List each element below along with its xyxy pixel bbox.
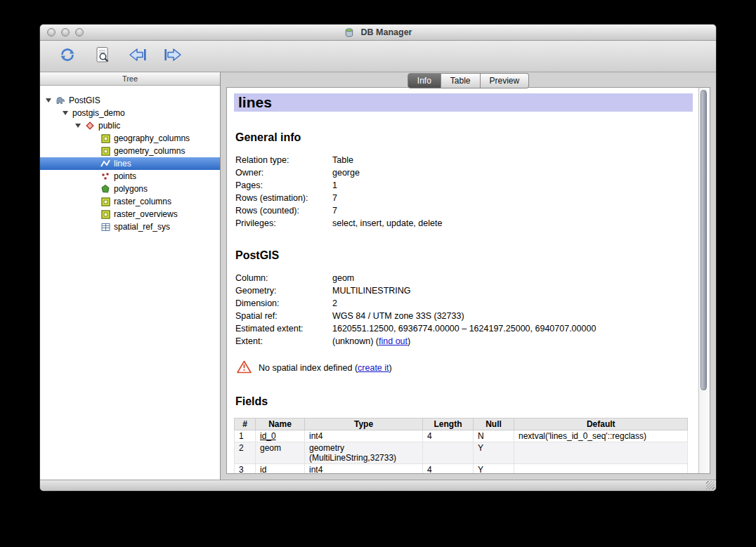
- tree-item-polygons[interactable]: polygons: [40, 183, 220, 195]
- field-type: int4: [305, 464, 423, 474]
- field-null: N: [474, 430, 514, 442]
- find-out-link[interactable]: find out: [379, 336, 408, 346]
- tree-item-geometry-columns[interactable]: geometry_columns: [40, 145, 220, 157]
- column-header[interactable]: Length: [423, 419, 474, 430]
- column-header[interactable]: Null: [474, 419, 514, 430]
- tree-item-label: raster_columns: [114, 197, 171, 206]
- layer-table-icon: [100, 133, 110, 143]
- field-default: [514, 464, 688, 474]
- info-row: Privileges:select, insert, update, delet…: [235, 217, 693, 230]
- create-it-link[interactable]: create it: [358, 363, 389, 373]
- schema-icon: [85, 121, 95, 131]
- extent-close-paren: ): [408, 336, 410, 346]
- import-arrow-icon: [129, 47, 147, 65]
- tree-item-label: polygons: [114, 184, 148, 194]
- info-row: Dimension:2: [235, 297, 693, 310]
- scrollbar-thumb[interactable]: [700, 90, 707, 390]
- info-value: Table: [332, 154, 353, 166]
- zoom-button[interactable]: [75, 28, 84, 37]
- info-row: Rows (estimation):7: [235, 192, 693, 204]
- tree-item-raster-overviews[interactable]: raster_overviews: [40, 208, 220, 220]
- vertical-scrollbar[interactable]: [698, 88, 710, 473]
- info-row: Spatial ref:WGS 84 / UTM zone 33S (32733…: [235, 310, 693, 322]
- info-row: Estimated extent:1620551.12500, 6936774.…: [235, 322, 693, 335]
- field-name-link[interactable]: id_0: [260, 431, 276, 441]
- tab-info[interactable]: Info: [408, 73, 441, 88]
- db-manager-app-icon: [344, 27, 354, 37]
- general-info-rows: Relation type:Table Owner:george Pages:1…: [235, 154, 693, 230]
- tree-item-points[interactable]: points: [40, 170, 220, 183]
- sql-window-icon: [95, 46, 110, 66]
- disclosure-triangle[interactable]: [63, 111, 68, 115]
- info-value: MULTILINESTRING: [332, 284, 411, 297]
- column-header[interactable]: Name: [256, 419, 305, 430]
- info-label: Rows (estimation):: [235, 192, 332, 204]
- column-header[interactable]: Type: [305, 419, 423, 430]
- info-label: Relation type:: [235, 154, 332, 166]
- minimize-button[interactable]: [61, 28, 70, 37]
- tree-item-postgis-demo[interactable]: postgis_demo: [40, 107, 220, 119]
- field-num: 3: [235, 464, 256, 474]
- info-row: Geometry:MULTILINESTRING: [235, 284, 693, 297]
- tree-item-label: postgis_demo: [72, 108, 125, 118]
- content-panel: Info Table Preview lines General info Re…: [221, 72, 716, 480]
- db-manager-window: DB Manager: [40, 25, 716, 491]
- tree-item-label: lines: [114, 159, 131, 169]
- tree-item-spatial-ref-sys[interactable]: spatial_ref_sys: [40, 220, 220, 233]
- spatial-index-warning: No spatial index defined (create it): [237, 360, 693, 376]
- tree-item-lines[interactable]: lines: [40, 157, 220, 170]
- export-layer-button[interactable]: [162, 45, 183, 67]
- tree-panel: Tree PostGIS postgis_demo: [40, 72, 221, 480]
- disclosure-triangle[interactable]: [46, 98, 51, 103]
- field-num: 2: [235, 442, 256, 464]
- tab-preview[interactable]: Preview: [481, 73, 530, 88]
- field-length: 4: [423, 430, 474, 442]
- tree-item-geography-columns[interactable]: geography_columns: [40, 132, 220, 145]
- field-length: [423, 442, 474, 464]
- toolbar: [40, 41, 716, 72]
- info-content: lines General info Relation type:Table O…: [227, 88, 698, 473]
- close-button[interactable]: [47, 28, 56, 37]
- info-value: 2: [332, 297, 337, 310]
- table-icon: [100, 222, 110, 232]
- sql-window-button[interactable]: [92, 45, 113, 67]
- info-value: george: [332, 166, 360, 179]
- polygon-layer-icon: [100, 184, 110, 194]
- extent-value: (unknown) (find out): [332, 335, 410, 348]
- import-layer-button[interactable]: [127, 45, 148, 67]
- info-label: Pages:: [235, 179, 332, 192]
- table-row: 3 id int4 4 Y: [235, 464, 688, 474]
- resize-grip[interactable]: [706, 481, 715, 489]
- disclosure-triangle[interactable]: [75, 124, 81, 128]
- field-null: Y: [474, 442, 514, 464]
- tab-table[interactable]: Table: [441, 73, 481, 88]
- info-value: WGS 84 / UTM zone 33S (32733): [332, 310, 464, 322]
- info-row: Rows (counted):7: [235, 204, 693, 217]
- field-default: nextval('lines_id_0_seq'::regclass): [514, 430, 688, 442]
- refresh-icon: [59, 46, 76, 66]
- info-row: Owner:george: [235, 166, 693, 179]
- refresh-button[interactable]: [57, 45, 78, 67]
- column-header[interactable]: Default: [514, 419, 688, 430]
- layer-table-icon: [100, 146, 110, 156]
- tree-item-public[interactable]: public: [40, 119, 220, 132]
- tree-item-label: public: [98, 121, 120, 131]
- info-row: Pages:1: [235, 179, 693, 192]
- table-row: 1 id_0 int4 4 N nextval('lines_id_0_seq'…: [235, 430, 688, 442]
- info-row: Relation type:Table: [235, 154, 693, 166]
- info-view: lines General info Relation type:Table O…: [226, 87, 710, 474]
- column-header[interactable]: #: [235, 419, 256, 430]
- page-title: lines: [234, 93, 693, 112]
- db-tree: PostGIS postgis_demo public: [40, 86, 220, 480]
- titlebar[interactable]: DB Manager: [40, 25, 716, 41]
- extent-row: Extent: (unknown) (find out): [235, 335, 693, 348]
- field-name: id: [256, 464, 305, 474]
- warning-icon: [237, 360, 252, 376]
- warning-text-after: ): [389, 363, 392, 373]
- tree-item-raster-columns[interactable]: raster_columns: [40, 195, 220, 208]
- tree-item-postgis[interactable]: PostGIS: [40, 94, 220, 107]
- traffic-lights: [47, 28, 84, 37]
- tab-bar: Info Table Preview: [221, 73, 716, 88]
- info-value: 7: [332, 192, 337, 204]
- layer-table-icon: [100, 197, 110, 206]
